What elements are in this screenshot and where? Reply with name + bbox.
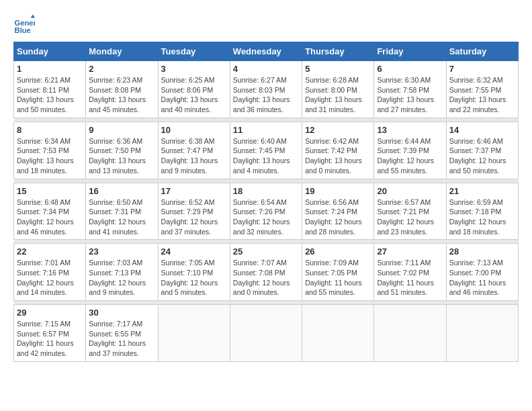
calendar-day-cell: 29 Sunrise: 7:15 AM Sunset: 6:57 PM Dayl… xyxy=(14,305,86,362)
daylight-label: Daylight: 12 hours and 55 minutes. xyxy=(377,156,434,175)
sunrise-label: Sunrise: 6:56 AM xyxy=(305,198,359,206)
day-number: 2 xyxy=(89,64,154,74)
sunrise-label: Sunrise: 6:54 AM xyxy=(233,198,287,206)
day-number: 17 xyxy=(161,186,227,196)
day-number: 3 xyxy=(161,64,227,74)
sunrise-label: Sunrise: 6:30 AM xyxy=(377,76,431,84)
calendar-day-cell: 4 Sunrise: 6:27 AM Sunset: 8:03 PM Dayli… xyxy=(230,61,302,118)
sunset-label: Sunset: 7:13 PM xyxy=(89,269,141,277)
sunrise-label: Sunrise: 6:59 AM xyxy=(449,198,503,206)
daylight-label: Daylight: 13 hours and 4 minutes. xyxy=(233,156,290,175)
day-number: 18 xyxy=(233,186,299,196)
daylight-label: Daylight: 12 hours and 14 minutes. xyxy=(17,279,74,297)
calendar-week-row: 29 Sunrise: 7:15 AM Sunset: 6:57 PM Dayl… xyxy=(14,305,519,362)
daylight-label: Daylight: 13 hours and 27 minutes. xyxy=(377,95,434,113)
sunrise-label: Sunrise: 6:21 AM xyxy=(17,76,71,84)
sunrise-label: Sunrise: 6:25 AM xyxy=(161,76,215,84)
sunset-label: Sunset: 7:29 PM xyxy=(161,208,214,216)
daylight-label: Daylight: 13 hours and 13 minutes. xyxy=(89,156,146,175)
calendar-day-cell: 28 Sunrise: 7:13 AM Sunset: 7:00 PM Dayl… xyxy=(446,244,518,301)
day-info: Sunrise: 6:27 AM Sunset: 8:03 PM Dayligh… xyxy=(233,75,299,115)
day-info: Sunrise: 6:50 AM Sunset: 7:31 PM Dayligh… xyxy=(89,197,154,237)
sunset-label: Sunset: 8:08 PM xyxy=(89,86,141,94)
day-info: Sunrise: 6:56 AM Sunset: 7:24 PM Dayligh… xyxy=(305,197,371,237)
day-number: 4 xyxy=(233,64,299,74)
sunset-label: Sunset: 7:39 PM xyxy=(377,146,429,154)
day-number: 6 xyxy=(377,64,443,74)
calendar-day-cell xyxy=(302,305,374,362)
sunset-label: Sunset: 7:50 PM xyxy=(89,146,141,154)
calendar-header-row: SundayMondayTuesdayWednesdayThursdayFrid… xyxy=(14,42,519,61)
sunrise-label: Sunrise: 6:36 AM xyxy=(89,137,142,145)
column-header-tuesday: Tuesday xyxy=(158,42,230,61)
sunset-label: Sunset: 7:47 PM xyxy=(161,146,214,154)
calendar-day-cell: 8 Sunrise: 6:34 AM Sunset: 7:53 PM Dayli… xyxy=(14,122,86,179)
sunset-label: Sunset: 7:18 PM xyxy=(449,208,502,216)
day-info: Sunrise: 6:40 AM Sunset: 7:45 PM Dayligh… xyxy=(233,136,299,176)
sunrise-label: Sunrise: 6:57 AM xyxy=(377,198,431,206)
column-header-wednesday: Wednesday xyxy=(230,42,302,61)
sunset-label: Sunset: 8:11 PM xyxy=(17,86,69,94)
calendar-day-cell xyxy=(446,305,518,362)
sunrise-label: Sunrise: 6:46 AM xyxy=(449,137,503,145)
day-info: Sunrise: 6:32 AM Sunset: 7:55 PM Dayligh… xyxy=(449,75,515,115)
day-info: Sunrise: 6:21 AM Sunset: 8:11 PM Dayligh… xyxy=(17,75,83,115)
day-number: 15 xyxy=(17,186,83,196)
calendar-day-cell xyxy=(158,305,230,362)
day-info: Sunrise: 7:01 AM Sunset: 7:16 PM Dayligh… xyxy=(17,258,83,298)
day-info: Sunrise: 6:48 AM Sunset: 7:34 PM Dayligh… xyxy=(17,197,83,237)
daylight-label: Daylight: 12 hours and 46 minutes. xyxy=(17,218,74,236)
sunset-label: Sunset: 7:34 PM xyxy=(17,208,69,216)
calendar-day-cell: 1 Sunrise: 6:21 AM Sunset: 8:11 PM Dayli… xyxy=(14,61,86,118)
day-number: 12 xyxy=(305,125,371,135)
sunrise-label: Sunrise: 7:07 AM xyxy=(233,259,287,267)
daylight-label: Daylight: 11 hours and 55 minutes. xyxy=(305,279,362,297)
day-info: Sunrise: 6:34 AM Sunset: 7:53 PM Dayligh… xyxy=(17,136,83,176)
daylight-label: Daylight: 13 hours and 50 minutes. xyxy=(17,95,74,113)
calendar-day-cell: 16 Sunrise: 6:50 AM Sunset: 7:31 PM Dayl… xyxy=(86,183,158,240)
day-info: Sunrise: 6:52 AM Sunset: 7:29 PM Dayligh… xyxy=(161,197,227,237)
day-info: Sunrise: 7:13 AM Sunset: 7:00 PM Dayligh… xyxy=(449,258,515,298)
svg-text:General: General xyxy=(15,19,35,27)
daylight-label: Daylight: 12 hours and 23 minutes. xyxy=(377,218,434,236)
calendar-day-cell: 26 Sunrise: 7:09 AM Sunset: 7:05 PM Dayl… xyxy=(302,244,374,301)
day-info: Sunrise: 6:57 AM Sunset: 7:21 PM Dayligh… xyxy=(377,197,443,237)
calendar-day-cell: 3 Sunrise: 6:25 AM Sunset: 8:06 PM Dayli… xyxy=(158,61,230,118)
calendar-day-cell: 13 Sunrise: 6:44 AM Sunset: 7:39 PM Dayl… xyxy=(374,122,446,179)
calendar-day-cell: 15 Sunrise: 6:48 AM Sunset: 7:34 PM Dayl… xyxy=(14,183,86,240)
sunrise-label: Sunrise: 6:27 AM xyxy=(233,76,287,84)
calendar-day-cell xyxy=(374,305,446,362)
day-number: 13 xyxy=(377,125,443,135)
calendar-day-cell: 10 Sunrise: 6:38 AM Sunset: 7:47 PM Dayl… xyxy=(158,122,230,179)
sunset-label: Sunset: 8:06 PM xyxy=(161,86,214,94)
calendar-day-cell: 25 Sunrise: 7:07 AM Sunset: 7:08 PM Dayl… xyxy=(230,244,302,301)
day-info: Sunrise: 7:17 AM Sunset: 6:55 PM Dayligh… xyxy=(89,319,154,359)
day-number: 11 xyxy=(233,125,299,135)
sunrise-label: Sunrise: 7:05 AM xyxy=(161,259,215,267)
calendar-day-cell: 30 Sunrise: 7:17 AM Sunset: 6:55 PM Dayl… xyxy=(86,305,158,362)
calendar-week-row: 22 Sunrise: 7:01 AM Sunset: 7:16 PM Dayl… xyxy=(14,244,519,301)
calendar-week-row: 8 Sunrise: 6:34 AM Sunset: 7:53 PM Dayli… xyxy=(14,122,519,179)
sunrise-label: Sunrise: 6:48 AM xyxy=(17,198,71,206)
calendar-day-cell: 17 Sunrise: 6:52 AM Sunset: 7:29 PM Dayl… xyxy=(158,183,230,240)
daylight-label: Daylight: 11 hours and 46 minutes. xyxy=(449,279,506,297)
sunset-label: Sunset: 7:37 PM xyxy=(449,146,502,154)
day-info: Sunrise: 7:05 AM Sunset: 7:10 PM Dayligh… xyxy=(161,258,227,298)
day-info: Sunrise: 6:28 AM Sunset: 8:00 PM Dayligh… xyxy=(305,75,371,115)
day-info: Sunrise: 6:38 AM Sunset: 7:47 PM Dayligh… xyxy=(161,136,227,176)
day-info: Sunrise: 7:15 AM Sunset: 6:57 PM Dayligh… xyxy=(17,319,83,359)
calendar-day-cell: 18 Sunrise: 6:54 AM Sunset: 7:26 PM Dayl… xyxy=(230,183,302,240)
day-info: Sunrise: 6:23 AM Sunset: 8:08 PM Dayligh… xyxy=(89,75,154,115)
column-header-thursday: Thursday xyxy=(302,42,374,61)
calendar-day-cell: 7 Sunrise: 6:32 AM Sunset: 7:55 PM Dayli… xyxy=(446,61,518,118)
calendar-day-cell: 27 Sunrise: 7:11 AM Sunset: 7:02 PM Dayl… xyxy=(374,244,446,301)
day-number: 16 xyxy=(89,186,154,196)
sunset-label: Sunset: 7:24 PM xyxy=(305,208,357,216)
calendar-day-cell xyxy=(230,305,302,362)
calendar-day-cell: 19 Sunrise: 6:56 AM Sunset: 7:24 PM Dayl… xyxy=(302,183,374,240)
daylight-label: Daylight: 12 hours and 28 minutes. xyxy=(305,218,362,236)
sunset-label: Sunset: 7:05 PM xyxy=(305,269,357,277)
daylight-label: Daylight: 13 hours and 0 minutes. xyxy=(305,156,362,175)
day-info: Sunrise: 6:46 AM Sunset: 7:37 PM Dayligh… xyxy=(449,136,515,176)
calendar-day-cell: 24 Sunrise: 7:05 AM Sunset: 7:10 PM Dayl… xyxy=(158,244,230,301)
